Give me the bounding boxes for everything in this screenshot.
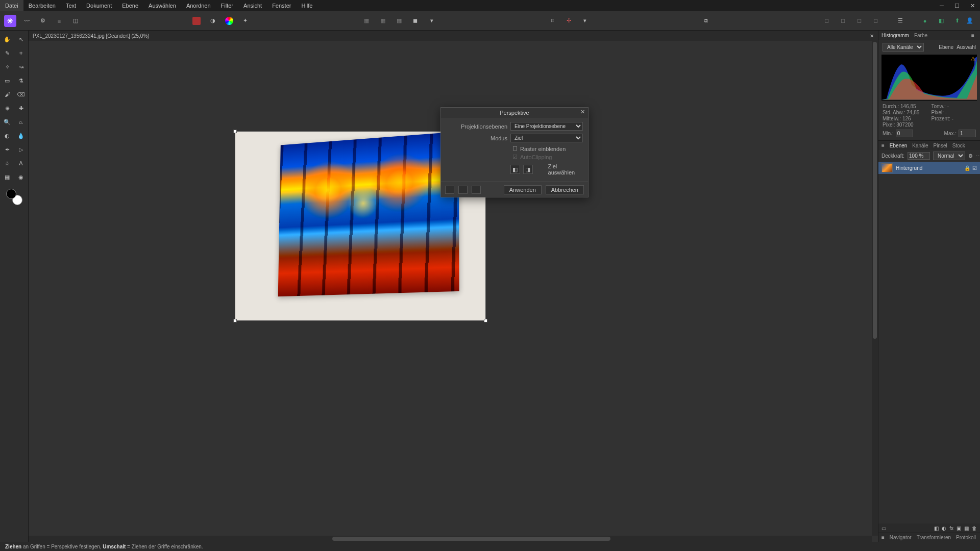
tab-layers[interactable]: Ebenen xyxy=(890,143,907,148)
tab-color[interactable]: Farbe xyxy=(914,33,927,38)
minimize-button[interactable]: ─ xyxy=(934,0,949,11)
caret2[interactable]: ▾ xyxy=(579,15,591,27)
mask-icon[interactable]: ◧ xyxy=(934,525,939,531)
perspective-dialog[interactable]: Perspektive ✕ Projektionsebenen Eine Pro… xyxy=(440,107,589,197)
account-button[interactable]: 👤 xyxy=(964,15,976,27)
delete-layer-icon[interactable]: 🗑 xyxy=(972,525,977,531)
tab-brushes[interactable]: Pinsel xyxy=(933,143,947,148)
panel-menu-icon[interactable]: ≡ xyxy=(881,143,885,148)
persona-photo-button[interactable]: 〰 xyxy=(20,15,33,27)
move-tool[interactable]: ↖ xyxy=(15,34,27,45)
color-picker-tool[interactable]: ✎ xyxy=(2,47,13,59)
menu-fenster[interactable]: Fenster xyxy=(267,0,296,11)
menu-datei[interactable]: Datei xyxy=(0,0,23,11)
vertical-scrollbar[interactable] xyxy=(872,41,878,536)
layer-lock-icon[interactable]: 🔒 xyxy=(964,165,970,171)
apply-button[interactable]: Anwenden xyxy=(504,185,542,194)
close-window-button[interactable]: ✕ xyxy=(965,0,980,11)
menu-filter[interactable]: Filter xyxy=(216,0,238,11)
crop-tool[interactable]: ⌗ xyxy=(15,47,27,59)
persona-export-button[interactable]: ◫ xyxy=(69,15,82,27)
preview-2-icon[interactable] xyxy=(458,186,468,194)
toggle-layer[interactable]: Ebene xyxy=(939,44,953,50)
layer-settings-icon[interactable]: ⋯ xyxy=(976,153,980,159)
swatch-red-button[interactable] xyxy=(190,15,203,27)
perspective-handle-tl[interactable] xyxy=(233,130,237,133)
dialog-titlebar[interactable]: Perspektive ✕ xyxy=(441,108,588,118)
panel-options-icon[interactable]: ≡ xyxy=(969,33,977,38)
blur-tool[interactable]: 💧 xyxy=(15,130,27,141)
tab-transform[interactable]: Transformieren xyxy=(917,535,951,540)
menu-text[interactable]: Text xyxy=(61,0,81,11)
pen-tool[interactable]: ✒ xyxy=(2,144,13,155)
tab-navigator[interactable]: Navigator xyxy=(890,535,912,540)
menu-ansicht[interactable]: Ansicht xyxy=(238,0,267,11)
menu-bearbeiten[interactable]: Bearbeiten xyxy=(23,0,61,11)
wand-tool[interactable]: ✧ xyxy=(2,61,13,72)
bottom-menu-icon[interactable]: ≡ xyxy=(881,535,885,540)
brush-tool[interactable]: 🖌 xyxy=(2,89,13,100)
history-3[interactable]: ◻ xyxy=(853,15,866,27)
autoclip-checkbox[interactable]: ☑ xyxy=(512,154,518,160)
before-after-mirror-icon[interactable]: ◨ xyxy=(523,165,533,174)
mask-circle-button[interactable]: ◑ xyxy=(207,15,219,27)
add-layer-icon[interactable]: ▦ xyxy=(964,525,969,531)
history-2[interactable]: ◻ xyxy=(837,15,849,27)
warp-button[interactable]: ✢ xyxy=(562,15,575,27)
hand-tool[interactable]: ✋ xyxy=(2,34,13,45)
arrange-button[interactable]: ☰ xyxy=(894,15,906,27)
document-tab[interactable]: PXL_20230127_135623241.jpg [Geändert] (2… xyxy=(33,33,150,39)
max-input[interactable] xyxy=(959,130,976,137)
menu-ebene[interactable]: Ebene xyxy=(117,0,143,11)
group-icon[interactable]: ▣ xyxy=(957,525,961,531)
menu-anordnen[interactable]: Anordnen xyxy=(181,0,216,11)
persona-develop-button[interactable]: ≡ xyxy=(53,15,65,27)
tab-stock[interactable]: Stock xyxy=(952,143,965,148)
picker-button[interactable]: ✦ xyxy=(239,15,252,27)
adjustment-icon[interactable]: ◐ xyxy=(942,525,946,531)
close-tab-icon[interactable]: ✕ xyxy=(870,33,874,39)
mode-select[interactable]: Ziel xyxy=(510,134,583,142)
cloud-2[interactable]: ◧ xyxy=(935,15,947,27)
color-swatches[interactable] xyxy=(6,189,22,205)
select-target-link[interactable]: Ziel auswählen xyxy=(548,163,583,176)
shape-tool[interactable]: ☆ xyxy=(2,158,13,169)
foreground-color-swatch[interactable] xyxy=(6,189,16,199)
before-after-split-icon[interactable]: ◧ xyxy=(510,165,520,174)
layer-style-icon[interactable]: ▭ xyxy=(881,525,886,531)
tab-history[interactable]: Protokoll xyxy=(956,535,976,540)
text-tool[interactable]: A xyxy=(15,158,27,169)
clone-tool[interactable]: ⊕ xyxy=(2,103,13,114)
align-left-button[interactable]: ▦ xyxy=(360,15,373,27)
align-center-button[interactable]: ▦ xyxy=(377,15,389,27)
zoom-tool[interactable]: 🔍 xyxy=(2,116,13,128)
perspective-handle-br[interactable] xyxy=(484,319,487,322)
toggle-selection[interactable]: Auswahl xyxy=(957,44,976,50)
maximize-button[interactable]: ☐ xyxy=(949,0,965,11)
marquee-tool[interactable]: ▭ xyxy=(2,75,13,86)
opacity-input[interactable] xyxy=(908,152,930,160)
grid-checkbox[interactable]: ☐ xyxy=(512,145,518,152)
planes-select[interactable]: Eine Projektionsebene xyxy=(510,122,583,131)
horizontal-scrollbar[interactable] xyxy=(29,536,872,542)
layer-row[interactable]: Hintergrund 🔒 ☑ xyxy=(878,162,980,174)
perspective-handle-bl[interactable] xyxy=(233,319,237,322)
preview-1-icon[interactable] xyxy=(445,186,454,194)
cloud-1[interactable]: ● xyxy=(919,15,931,27)
heal-tool[interactable]: ✚ xyxy=(15,103,27,114)
history-4[interactable]: ◻ xyxy=(870,15,882,27)
selection-brush-tool[interactable]: ↝ xyxy=(15,61,27,72)
menu-dokument[interactable]: Dokument xyxy=(81,0,117,11)
menu-auswählen[interactable]: Auswählen xyxy=(143,0,181,11)
eraser-tool[interactable]: ⌫ xyxy=(15,89,27,100)
cloud-3[interactable]: ⬆ xyxy=(951,15,964,27)
fx-icon[interactable]: fx xyxy=(949,525,953,531)
dropdown-caret[interactable]: ▾ xyxy=(426,15,438,27)
color-wheel-button[interactable] xyxy=(223,15,235,27)
view-tool[interactable]: ◉ xyxy=(15,171,27,183)
layer-fx-icon[interactable]: ⚙ xyxy=(968,153,973,159)
menu-hilfe[interactable]: Hilfe xyxy=(296,0,317,11)
dialog-close-icon[interactable]: ✕ xyxy=(580,109,585,115)
perspective-tool[interactable]: ⏢ xyxy=(15,116,27,128)
blend-mode-select[interactable]: Normal xyxy=(933,152,965,160)
